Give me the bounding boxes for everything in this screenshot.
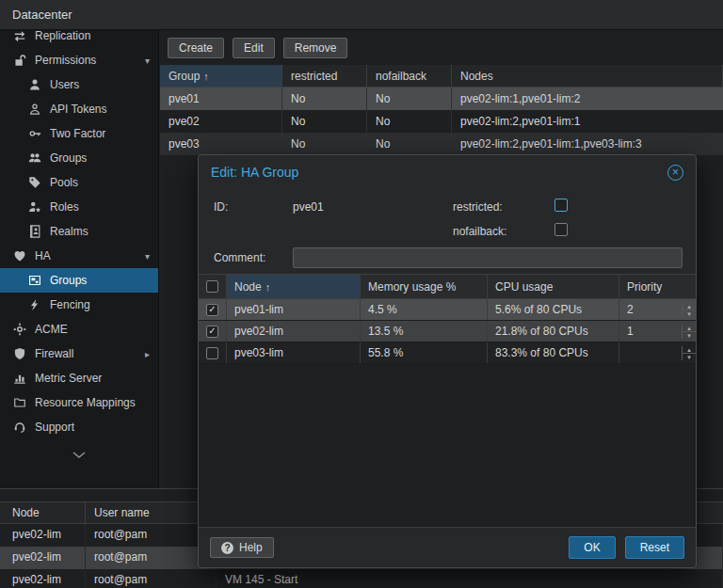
column-header-nofailback[interactable]: nofailback [367, 65, 452, 87]
sidebar-item-groups[interactable]: Groups [0, 146, 158, 170]
node-row[interactable]: pve03-lim 55.8 % 83.3% of 80 CPUs ▴▾ [199, 342, 696, 364]
sidebar-item-users[interactable]: Users [0, 72, 158, 97]
sidebar-item-label: HA [35, 249, 51, 262]
dialog-form: ID: pve01 restricted: nofailback: Commen… [214, 189, 681, 272]
sidebar-item-resource-mappings[interactable]: Resource Mappings [0, 390, 158, 415]
ok-button[interactable]: OK [569, 536, 615, 559]
help-button[interactable]: ? Help [210, 537, 274, 558]
page-title: Datacenter [12, 8, 72, 22]
shield-icon [12, 347, 26, 360]
sort-ascending-icon: ↑ [265, 281, 271, 293]
spinner-down-icon[interactable]: ▾ [683, 310, 696, 317]
create-button[interactable]: Create [168, 38, 224, 58]
column-header-memory[interactable]: Memory usage % [361, 275, 488, 299]
dialog-title-bar[interactable]: Edit: HA Group × [199, 155, 696, 189]
sidebar-item-realms[interactable]: Realms [0, 219, 158, 244]
restricted-checkbox[interactable] [554, 199, 568, 212]
cell-restricted: No [282, 87, 367, 110]
chevron-down-icon[interactable]: ▾ [145, 56, 150, 66]
sidebar-item-permissions[interactable]: Permissions ▾ [0, 48, 158, 72]
spinner-down-icon[interactable]: ▾ [683, 354, 696, 360]
priority-value[interactable]: 1 [619, 325, 678, 338]
node-row[interactable]: pve01-lim 4.5 % 5.6% of 80 CPUs 2 ▴▾ [199, 299, 696, 321]
user-badge-icon [27, 200, 41, 214]
node-row[interactable]: pve02-lim 13.5 % 21.8% of 80 CPUs 1 ▴▾ [199, 321, 696, 342]
nofailback-checkbox[interactable] [554, 223, 568, 236]
reset-button[interactable]: Reset [625, 536, 684, 559]
comment-label: Comment: [214, 251, 265, 264]
column-header-restricted[interactable]: restricted [282, 65, 367, 87]
edit-button[interactable]: Edit [233, 38, 275, 58]
spinner-down-icon[interactable]: ▾ [683, 332, 696, 339]
sidebar-item-label: Permissions [35, 54, 96, 67]
sidebar-item-support[interactable]: Support [0, 415, 158, 439]
table-row[interactable]: pve01 No No pve02-lim:1,pve01-lim:2 [160, 87, 723, 110]
column-header-node[interactable]: Node [0, 502, 86, 523]
sidebar-item-acme[interactable]: ACME [0, 317, 158, 342]
unlock-icon [12, 54, 26, 67]
sidebar-item-pools[interactable]: Pools [0, 170, 158, 195]
cell-cpu: 83.3% of 80 CPUs [488, 342, 619, 363]
sidebar-scroll-indicator[interactable] [0, 449, 158, 462]
table-row[interactable]: pve02 No No pve02-lim:2,pve01-lim:1 [160, 110, 723, 133]
row-checkbox-cell [199, 299, 227, 320]
chevron-down-icon[interactable]: ▾ [145, 251, 150, 262]
sidebar-item-api-tokens[interactable]: API Tokens [0, 97, 158, 121]
heart-icon [12, 249, 26, 262]
row-checkbox-cell [199, 321, 227, 342]
comment-input[interactable] [293, 247, 683, 268]
cell-group: pve02 [160, 110, 282, 133]
sidebar-item-label: Users [50, 78, 79, 91]
sidebar: Replication Permissions ▾ Users API Toke… [0, 30, 159, 488]
tag-icon [27, 176, 41, 189]
sidebar-item-metric-server[interactable]: Metric Server [0, 366, 158, 390]
node-checkbox[interactable] [206, 347, 218, 359]
cell-node: pve03-lim [227, 342, 361, 363]
id-label: ID: [214, 200, 228, 214]
priority-spinner: ▴▾ [682, 346, 696, 360]
table-row[interactable]: pve03 No No pve02-lim:2,pve01-lim:1,pve0… [160, 133, 723, 155]
bar-chart-icon [12, 372, 26, 385]
select-all-checkbox[interactable] [206, 280, 218, 293]
column-header-nodes[interactable]: Nodes [452, 65, 723, 87]
sidebar-item-ha[interactable]: HA ▾ [0, 244, 158, 268]
remove-button[interactable]: Remove [283, 38, 348, 58]
column-header-priority[interactable]: Priority [619, 275, 696, 299]
cell-priority: 2 ▴▾ [619, 299, 696, 320]
cell-node: pve02-lim [0, 569, 86, 588]
cell-restricted: No [282, 110, 367, 133]
sidebar-item-label: ACME [35, 323, 68, 336]
spinner-up-icon[interactable]: ▴ [683, 346, 696, 354]
user-outline-icon [27, 103, 41, 116]
priority-value[interactable]: 2 [619, 303, 678, 316]
sidebar-item-firewall[interactable]: Firewall ▸ [0, 342, 158, 366]
close-icon[interactable]: × [667, 165, 683, 181]
column-header-group[interactable]: Group ↑ [160, 65, 282, 87]
cell-group: pve01 [160, 87, 282, 110]
task-log-row[interactable]: pve02-lim root@pam VM 145 - Start [0, 569, 723, 588]
priority-spinner: ▴▾ [682, 325, 696, 339]
sidebar-item-two-factor[interactable]: Two Factor [0, 121, 158, 146]
cell-node: pve02-lim [0, 547, 86, 569]
id-value: pve01 [293, 200, 324, 214]
sidebar-item-label: Groups [50, 151, 87, 165]
sidebar-item-replication[interactable]: Replication [0, 30, 158, 48]
node-checkbox[interactable] [206, 326, 218, 338]
chevron-right-icon[interactable]: ▸ [145, 349, 150, 359]
sidebar-item-fencing[interactable]: Fencing [0, 293, 158, 317]
sidebar-item-label: Roles [50, 200, 79, 214]
cell-cpu: 21.8% of 80 CPUs [488, 321, 619, 342]
replication-icon [12, 30, 26, 42]
cell-nofailback: No [367, 87, 452, 110]
sidebar-item-label: Replication [35, 30, 90, 42]
column-header-node[interactable]: Node ↑ [227, 275, 361, 299]
spinner-up-icon[interactable]: ▴ [683, 303, 696, 310]
address-book-icon [27, 225, 41, 238]
sidebar-item-roles[interactable]: Roles [0, 195, 158, 219]
spinner-up-icon[interactable]: ▴ [683, 325, 696, 332]
sidebar-item-label: Firewall [35, 347, 73, 360]
column-header-cpu[interactable]: CPU usage [488, 275, 619, 299]
node-checkbox[interactable] [206, 304, 218, 316]
cell-node: pve02-lim [227, 321, 361, 342]
sidebar-item-ha-groups[interactable]: Groups [0, 268, 158, 293]
